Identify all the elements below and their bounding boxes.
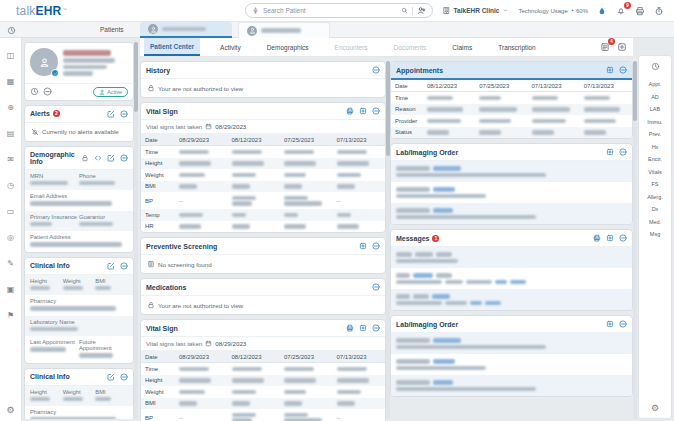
rail-item-vitals[interactable]: Vitals: [648, 169, 661, 175]
collapse-icon[interactable]: [120, 262, 128, 270]
chevron-down-icon[interactable]: [502, 7, 509, 14]
patient-tab-idle[interactable]: [238, 22, 330, 38]
column-header[interactable]: 07/13/2023: [333, 134, 386, 146]
message-item[interactable]: [391, 268, 632, 289]
rail-item-enctr[interactable]: Enctr.: [648, 156, 662, 162]
rail-item-med[interactable]: Med.: [649, 219, 661, 225]
info-icon[interactable]: [43, 87, 52, 96]
tab-patients[interactable]: Patients: [100, 26, 124, 33]
search-patient-box[interactable]: [245, 3, 433, 18]
redacted-link[interactable]: [413, 273, 433, 278]
scrollbar-thumb[interactable]: [633, 61, 637, 121]
rail-item-dx[interactable]: Dx: [652, 206, 659, 212]
expand-icon[interactable]: [359, 242, 367, 250]
code-icon[interactable]: [94, 154, 102, 162]
scrollbar-thumb[interactable]: [386, 61, 390, 156]
message-item[interactable]: [391, 289, 632, 310]
column-header[interactable]: 08/12/2023: [228, 134, 281, 146]
rail-item-allerg[interactable]: Allerg.: [647, 194, 663, 200]
rail-item-hx[interactable]: Hx: [652, 144, 659, 150]
scrollbar-thumb[interactable]: [134, 42, 138, 112]
expand-icon[interactable]: [606, 66, 614, 74]
clock-icon[interactable]: ◷: [7, 182, 14, 190]
redacted-link[interactable]: [433, 359, 455, 364]
column-header[interactable]: 07/13/2023: [580, 80, 632, 92]
column-header[interactable]: 07/25/2023: [280, 351, 333, 363]
column-header[interactable]: 07/13/2023: [528, 80, 580, 92]
gear-icon[interactable]: ⚙: [6, 405, 14, 415]
redacted-link[interactable]: [433, 338, 461, 343]
lab-order-item[interactable]: [391, 354, 632, 375]
gear-icon[interactable]: ⚙: [651, 403, 659, 413]
edit-icon[interactable]: [107, 262, 115, 270]
tab-transcription[interactable]: Transcription: [492, 38, 541, 56]
flag-icon[interactable]: ⚑: [7, 312, 14, 320]
patient-tab-active[interactable]: [140, 22, 232, 38]
collapse-icon[interactable]: [619, 148, 627, 156]
expand-icon[interactable]: [606, 148, 614, 156]
collapse-icon[interactable]: [372, 324, 380, 332]
redacted-link[interactable]: [432, 294, 450, 299]
collapse-icon[interactable]: [120, 110, 128, 118]
collapse-icon[interactable]: [372, 283, 380, 291]
tab-demographics[interactable]: Demographics: [261, 38, 315, 56]
rail-item-ad[interactable]: AD: [651, 94, 659, 100]
eye-icon[interactable]: ◎: [7, 234, 14, 242]
collapse-icon[interactable]: [372, 107, 380, 115]
monitor-icon[interactable]: ▭: [7, 208, 15, 216]
print-icon[interactable]: [346, 107, 354, 115]
collapse-icon[interactable]: [372, 242, 380, 250]
redacted-link[interactable]: [433, 380, 453, 385]
id-card-icon[interactable]: ▤: [7, 130, 15, 138]
tab-activity[interactable]: Activity: [214, 38, 247, 56]
lab-order-item[interactable]: [391, 375, 632, 396]
rail-item-appt[interactable]: Appt.: [649, 81, 662, 87]
calendar-icon[interactable]: ▦: [7, 78, 15, 86]
user-add-icon[interactable]: ⊕: [7, 104, 14, 112]
edit-icon[interactable]: [107, 373, 115, 381]
print-icon[interactable]: [346, 324, 354, 332]
edit-icon[interactable]: ✎: [7, 260, 14, 268]
redacted-link[interactable]: [510, 280, 526, 285]
clock-icon[interactable]: [651, 62, 660, 71]
add-patient-icon[interactable]: [417, 6, 426, 15]
collapse-icon[interactable]: [619, 234, 627, 242]
timer-button[interactable]: [654, 6, 664, 16]
tab-claims[interactable]: Claims: [446, 38, 478, 56]
collapse-icon[interactable]: [619, 66, 627, 74]
message-item[interactable]: [391, 247, 632, 268]
rail-item-immu[interactable]: Immu.: [647, 119, 662, 125]
layout-expand-icon[interactable]: [617, 42, 627, 52]
mic-icon[interactable]: [252, 7, 259, 14]
rail-item-msg[interactable]: Msg: [650, 231, 660, 237]
expand-icon[interactable]: [359, 324, 367, 332]
collapse-icon[interactable]: [120, 154, 128, 162]
lab-order-item[interactable]: [391, 203, 632, 224]
history-clock-icon[interactable]: [7, 26, 16, 35]
print-icon[interactable]: [593, 234, 601, 242]
rail-item-lab[interactable]: LAB: [650, 106, 660, 112]
redacted-link[interactable]: [433, 208, 453, 213]
search-icon[interactable]: [401, 7, 408, 14]
users-icon[interactable]: ◫: [7, 52, 15, 60]
collapse-icon[interactable]: [372, 66, 380, 74]
edit-icon[interactable]: [107, 154, 115, 162]
redacted-link[interactable]: [470, 301, 482, 306]
theme-drop-button[interactable]: [597, 6, 607, 16]
column-header[interactable]: 08/12/2023: [228, 351, 281, 363]
redacted-link[interactable]: [485, 301, 501, 306]
column-header[interactable]: 08/12/2023: [423, 80, 475, 92]
lab-order-item[interactable]: [391, 333, 632, 354]
privacy-icon[interactable]: [30, 87, 39, 96]
column-header[interactable]: 07/13/2023: [333, 351, 386, 363]
collapse-icon[interactable]: [619, 320, 627, 328]
redacted-link[interactable]: [433, 187, 455, 192]
print-button[interactable]: [635, 6, 645, 16]
expand-icon[interactable]: [606, 234, 614, 242]
clinic-selector[interactable]: TalkEHR Clinic: [442, 6, 510, 15]
rail-item-fs[interactable]: FS: [651, 181, 658, 187]
collapse-icon[interactable]: [120, 373, 128, 381]
briefcase-icon[interactable]: ▣: [7, 286, 15, 294]
edit-icon[interactable]: [107, 110, 115, 118]
sticky-notes-button[interactable]: 4: [600, 42, 610, 52]
